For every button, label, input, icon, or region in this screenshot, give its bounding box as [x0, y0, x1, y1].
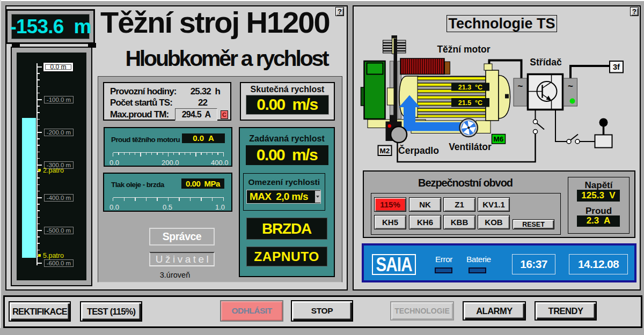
svg-text:21.3 °C: 21.3 °C — [458, 84, 482, 91]
svg-text:Čerpadlo: Čerpadlo — [398, 145, 439, 156]
svg-text:Těžní motor: Těžní motor — [437, 44, 490, 55]
svg-text:3f: 3f — [613, 63, 620, 71]
svg-text:Ventilátor: Ventilátor — [449, 142, 492, 152]
svg-text:~: ~ — [518, 81, 523, 91]
svg-text:~: ~ — [568, 81, 573, 91]
svg-text:21.5 °C: 21.5 °C — [458, 99, 482, 107]
svg-text:M6: M6 — [494, 135, 504, 143]
svg-text:M2: M2 — [380, 147, 390, 155]
svg-text:Střídač: Střídač — [530, 57, 562, 68]
